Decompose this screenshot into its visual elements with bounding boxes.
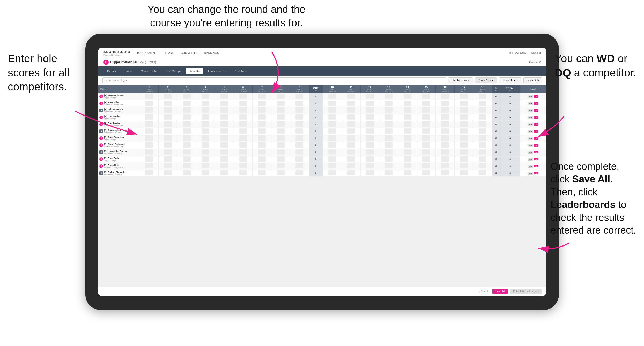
hole-6-score[interactable]	[234, 114, 253, 121]
hole-5-score[interactable]	[215, 100, 234, 107]
tab-details[interactable]: Details	[103, 68, 120, 74]
hole-1-score[interactable]	[140, 142, 159, 149]
hole-16-score[interactable]	[436, 170, 455, 177]
hole-8-score[interactable]	[271, 121, 290, 128]
hole-16-score[interactable]	[436, 149, 455, 156]
hole-15-score[interactable]	[417, 149, 436, 156]
save-all-button[interactable]: Save All	[492, 289, 508, 294]
hole-1-score[interactable]	[140, 163, 159, 170]
dq-button[interactable]: DQ	[534, 144, 539, 147]
hole-1-score[interactable]	[140, 93, 159, 100]
dq-button[interactable]: DQ	[534, 165, 539, 167]
tab-printables[interactable]: Printables	[230, 68, 250, 74]
hole-5-score[interactable]	[215, 121, 234, 128]
hole-3-score[interactable]	[177, 100, 196, 107]
hole-3-score[interactable]	[177, 121, 196, 128]
hole-17-score[interactable]	[454, 149, 473, 156]
hole-17-score[interactable]	[454, 114, 473, 121]
hole-13-score[interactable]	[379, 121, 398, 128]
hole-18-score[interactable]	[473, 142, 492, 149]
hole-7-score[interactable]	[253, 107, 271, 114]
hole-10-score[interactable]	[323, 163, 342, 170]
hole-4-score[interactable]	[196, 163, 215, 170]
hole-1-score[interactable]	[140, 156, 159, 163]
wd-button[interactable]: WD	[528, 144, 533, 147]
hole-6-score[interactable]	[234, 100, 253, 107]
hole-3-score[interactable]	[177, 135, 196, 142]
hole-12-score[interactable]	[360, 93, 379, 100]
hole-10-score[interactable]	[323, 149, 342, 156]
hole-9-score[interactable]	[290, 93, 309, 100]
tab-tee-groups[interactable]: Tee Groups	[163, 68, 185, 74]
hole-13-score[interactable]	[379, 149, 398, 156]
hole-8-score[interactable]	[271, 107, 290, 114]
hole-16-score[interactable]	[436, 93, 455, 100]
hole-3-score[interactable]	[177, 107, 196, 114]
hole-17-score[interactable]	[454, 163, 473, 170]
hole-3-score[interactable]	[177, 149, 196, 156]
hole-13-score[interactable]	[379, 163, 398, 170]
hole-14-score[interactable]	[398, 163, 417, 170]
hole-14-score[interactable]	[398, 100, 417, 107]
hole-2-score[interactable]	[159, 128, 177, 135]
hole-8-score[interactable]	[271, 128, 290, 135]
hole-10-score[interactable]	[323, 142, 342, 149]
hole-10-score[interactable]	[323, 128, 342, 135]
hole-9-score[interactable]	[290, 121, 309, 128]
dq-button[interactable]: DQ	[534, 172, 539, 174]
hole-14-score[interactable]	[398, 170, 417, 177]
hole-18-score[interactable]	[473, 170, 492, 177]
hole-5-score[interactable]	[215, 142, 234, 149]
hole-9-score[interactable]	[290, 142, 309, 149]
hole-11-score[interactable]	[342, 149, 361, 156]
hole-2-score[interactable]	[159, 170, 177, 177]
hole-2-score[interactable]	[159, 100, 177, 107]
hole-9-score[interactable]	[290, 135, 309, 142]
hole-5-score[interactable]	[215, 135, 234, 142]
hole-2-score[interactable]	[159, 163, 177, 170]
hole-16-score[interactable]	[436, 121, 455, 128]
hole-11-score[interactable]	[342, 128, 361, 135]
hole-3-score[interactable]	[177, 156, 196, 163]
hole-11-score[interactable]	[342, 163, 361, 170]
hole-18-score[interactable]	[473, 100, 492, 107]
hole-7-score[interactable]	[253, 156, 271, 163]
dq-button[interactable]: DQ	[534, 102, 539, 105]
hole-3-score[interactable]	[177, 114, 196, 121]
hole-18-score[interactable]	[473, 107, 492, 114]
wd-button[interactable]: WD	[528, 137, 533, 140]
hole-8-score[interactable]	[271, 142, 290, 149]
hole-17-score[interactable]	[454, 170, 473, 177]
wd-button[interactable]: WD	[528, 130, 533, 133]
dq-button[interactable]: DQ	[534, 95, 539, 98]
hole-2-score[interactable]	[159, 156, 177, 163]
hole-18-score[interactable]	[473, 149, 492, 156]
dq-button[interactable]: DQ	[534, 116, 539, 119]
hole-2-score[interactable]	[159, 135, 177, 142]
hole-15-score[interactable]	[417, 107, 436, 114]
publish-round-button[interactable]: Publish Round Scores	[510, 289, 542, 294]
hole-18-score[interactable]	[473, 135, 492, 142]
hole-2-score[interactable]	[159, 149, 177, 156]
hole-3-score[interactable]	[177, 93, 196, 100]
hole-11-score[interactable]	[342, 121, 361, 128]
hole-1-score[interactable]	[140, 170, 159, 177]
hole-8-score[interactable]	[271, 100, 290, 107]
hole-9-score[interactable]	[290, 114, 309, 121]
hole-10-score[interactable]	[323, 93, 342, 100]
hole-13-score[interactable]	[379, 128, 398, 135]
wd-button[interactable]: WD	[528, 116, 533, 119]
hole-6-score[interactable]	[234, 149, 253, 156]
hole-15-score[interactable]	[417, 128, 436, 135]
hole-15-score[interactable]	[417, 121, 436, 128]
hole-15-score[interactable]	[417, 135, 436, 142]
hole-9-score[interactable]	[290, 128, 309, 135]
hole-6-score[interactable]	[234, 93, 253, 100]
dq-button[interactable]: DQ	[534, 109, 539, 112]
dq-button[interactable]: DQ	[534, 137, 539, 140]
totals-only-button[interactable]: Totals Only	[523, 77, 542, 83]
hole-4-score[interactable]	[196, 100, 215, 107]
hole-6-score[interactable]	[234, 121, 253, 128]
hole-7-score[interactable]	[253, 135, 271, 142]
hole-9-score[interactable]	[290, 170, 309, 177]
